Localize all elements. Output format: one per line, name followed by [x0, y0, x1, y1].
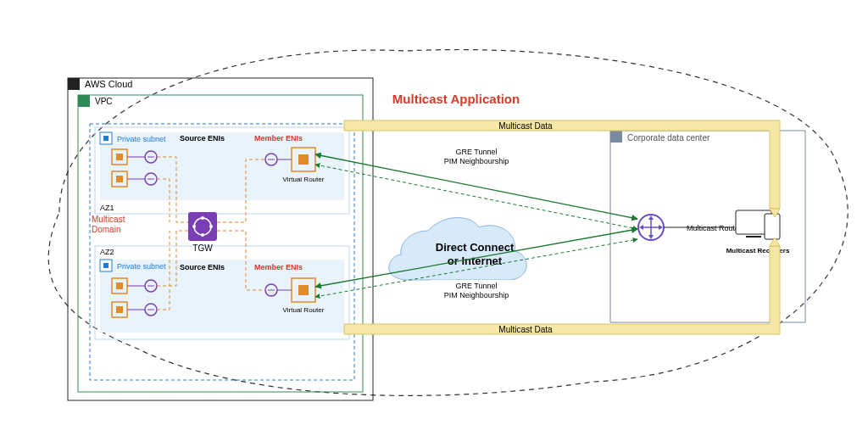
pim-link-top	[315, 165, 637, 229]
source-enis-1: Source ENIs	[180, 134, 225, 143]
member-enis-1: Member ENIs	[254, 134, 303, 143]
svg-text:or Internet: or Internet	[448, 254, 503, 267]
pim-label-top: PIM Neighbourship	[444, 157, 509, 165]
multicast-router-icon	[638, 215, 664, 240]
svg-text:Multicast Data: Multicast Data	[498, 325, 553, 334]
multicast-data-top: Multicast Data	[344, 120, 780, 217]
svg-rect-13	[116, 176, 123, 182]
svg-rect-3	[78, 95, 90, 107]
az1-label: AZ1	[100, 204, 114, 212]
svg-rect-20	[298, 154, 309, 165]
member-enis-2: Member ENIs	[254, 263, 303, 271]
svg-point-42	[201, 216, 204, 220]
vpc-label: VPC	[95, 97, 113, 106]
subnet1-label: Private subnet	[117, 135, 166, 143]
svg-point-45	[201, 233, 204, 237]
source-enis-2: Source ENIs	[180, 263, 225, 271]
tgw-icon	[188, 212, 217, 241]
tgw-label: TGW	[192, 243, 213, 253]
gre-label-top: GRE Tunnel	[455, 148, 497, 156]
aws-cloud-label: AWS Cloud	[85, 79, 132, 89]
mreceivers-label: Multicast Receivers	[726, 247, 790, 254]
diagram-title: Multicast Application	[392, 92, 520, 106]
svg-rect-1	[68, 78, 80, 90]
svg-point-44	[209, 225, 213, 228]
mrouter-label: Multicast Router	[687, 224, 742, 232]
network-cloud: Direct Connect or Internet	[389, 218, 526, 281]
vrouter1-label: Virtual Router	[283, 176, 325, 183]
mcast-domain-label-1: Multicast	[92, 215, 125, 224]
svg-rect-0	[68, 78, 373, 400]
svg-text:Direct Connect: Direct Connect	[436, 241, 515, 254]
svg-rect-53	[746, 236, 761, 238]
svg-text:Multicast Data: Multicast Data	[498, 121, 553, 131]
svg-point-43	[192, 225, 196, 228]
private-subnet-1: Private subnet	[100, 132, 344, 200]
svg-rect-26	[116, 282, 123, 289]
mcast-domain-label-2: Domain	[92, 225, 120, 234]
az2-label: AZ2	[100, 248, 114, 256]
aws-cloud-box: AWS Cloud	[68, 78, 373, 400]
gre-label-bot: GRE Tunnel	[455, 282, 497, 290]
vrouter2-label: Virtual Router	[283, 306, 325, 314]
subnet2-label: Private subnet	[117, 262, 166, 271]
pim-label-bot: PIM Neighbourship	[444, 291, 509, 299]
svg-rect-31	[116, 306, 123, 313]
svg-rect-38	[298, 285, 309, 295]
svg-rect-8	[116, 154, 123, 160]
svg-rect-52	[765, 214, 780, 239]
corp-dc-label: Corporate data center	[627, 133, 710, 143]
svg-rect-49	[610, 131, 622, 143]
